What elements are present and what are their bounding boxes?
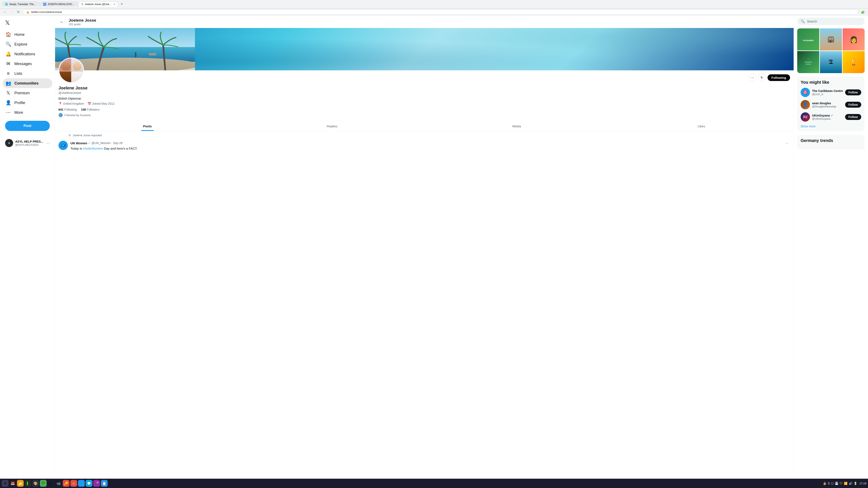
taskbar-icon-browser2[interactable]: 🌐: [78, 480, 85, 487]
following-stat[interactable]: 641 Following: [59, 108, 77, 111]
sidebar-item-communities[interactable]: 👥 Communities: [3, 79, 52, 88]
taskbar-icon-shield[interactable]: 🛡: [40, 480, 46, 487]
follow-button-ukguyana[interactable]: Follow: [845, 114, 861, 120]
followers-stat[interactable]: 140 Followers: [81, 108, 100, 111]
you-might-like-section: You might like 🎯 The Caribbean Centre ..…: [797, 77, 865, 131]
suggest-handle-sean: @DouglasNewsday: [812, 105, 843, 108]
media-cell-6[interactable]: 🏆: [843, 51, 865, 73]
browser-tab-twitter[interactable]: 𝕏 Joelene Josse (@JoeleneJoss... ×: [79, 1, 118, 7]
hashtag-link[interactable]: #SafeAbortion: [83, 147, 103, 150]
taskbar-icon-firefox[interactable]: 🦊: [9, 480, 16, 487]
suggest-avatar-ukguyana: 🇬🇧: [801, 112, 810, 122]
search-input[interactable]: [807, 20, 861, 23]
sidebar-item-premium[interactable]: 𝕏 Premium: [3, 88, 52, 98]
media-cell-1[interactable]: 🏃#GlobalMile: [797, 28, 819, 51]
tab-likes[interactable]: Likes: [609, 121, 794, 131]
sidebar-user-info: ASYL HELP PRES... @ASYLHELP2023: [15, 140, 44, 146]
profile-stats: 641 Following 140 Followers: [59, 108, 790, 111]
premium-icon: 𝕏: [5, 90, 11, 96]
taskbar-icon-start[interactable]: 🖥: [2, 480, 8, 487]
show-more-link[interactable]: Show more: [801, 125, 861, 128]
suggest-info-sean: sean douglas @DouglasNewsday: [812, 101, 843, 108]
taskbar-icon-firewall[interactable]: 🧱: [70, 480, 77, 487]
svg-rect-7: [829, 38, 830, 39]
sidebar-item-lists[interactable]: ≡ Lists: [3, 69, 52, 79]
sidebar-item-notifications[interactable]: 🔔 Notifications: [3, 49, 52, 59]
taskbar-icon-video[interactable]: 📹: [55, 480, 62, 487]
suggest-name-sean: sean douglas: [812, 101, 843, 105]
sidebar-item-profile[interactable]: 👤 Profile: [3, 98, 52, 108]
sidebar-user[interactable]: A ASYL HELP PRES... @ASYLHELP2023 ⋯: [3, 137, 52, 149]
followed-by-avatar: [59, 113, 63, 117]
taskbar-icon-terminal[interactable]: ▌: [25, 480, 31, 487]
media-cell-4[interactable]: 🌿mangroveforests: [797, 51, 819, 73]
tab-label-joseph: JOSEPH MIHALOVICH IMMIGRATIO...: [48, 3, 75, 6]
taskbar-icon-media[interactable]: ▶: [48, 480, 54, 487]
ocean-icon: 🏝: [828, 59, 833, 65]
media-global-mile: 🏃#GlobalMile: [797, 28, 819, 51]
svg-rect-8: [831, 38, 832, 39]
main-content: ← Joelene Josse 231 posts: [55, 16, 794, 479]
sys-icon-storage: 💾: [835, 482, 838, 485]
browser-tab-joseph[interactable]: G JOSEPH MIHALOVICH IMMIGRATIO...: [40, 2, 78, 6]
home-icon: 🏠: [5, 32, 11, 37]
media-forest: 🌿mangroveforests: [797, 51, 819, 73]
search-bar[interactable]: 🔍: [797, 18, 865, 25]
profile-header-posts: 231 posts: [69, 23, 96, 26]
following-button[interactable]: Following: [767, 74, 790, 81]
ukguyana-verified-icon: ✓: [831, 114, 833, 117]
sidebar-label-more: More: [14, 111, 23, 115]
taskbar-icon-key[interactable]: 🔑: [63, 480, 69, 487]
svg-rect-6: [828, 36, 833, 38]
tab-replies[interactable]: Replies: [240, 121, 424, 131]
tab-posts[interactable]: Posts: [55, 121, 240, 131]
profile-info: Joelene Josse @JoeleneJosse British Dipl…: [55, 86, 794, 120]
media-cell-3[interactable]: 👩: [843, 28, 865, 51]
tab-close-button[interactable]: ×: [114, 3, 115, 6]
sidebar-item-explore[interactable]: 🔍 Explore: [3, 39, 52, 49]
sys-icon-bluetooth: ⬡: [831, 482, 833, 485]
tab-favicon-twitter: 𝕏: [82, 3, 84, 6]
sys-icon-wifi: 📶: [844, 482, 847, 485]
tweet-item: 🇺🇳 UN Women ✓ @UN_Women · Sep 28 ⋯ Today…: [59, 138, 790, 153]
post-button[interactable]: Post: [5, 121, 50, 131]
taskbar-icon-audio[interactable]: 🎤: [93, 480, 100, 487]
sidebar-item-home[interactable]: 🏠 Home: [3, 30, 52, 39]
right-sidebar: 🔍 🏃#GlobalMile: [794, 16, 868, 479]
taskbar-icon-notes[interactable]: 📋: [101, 480, 107, 487]
suggest-item-sean: 👤 sean douglas @DouglasNewsday Follow: [801, 100, 861, 109]
caribbean-avatar-icon: 🎯: [803, 90, 808, 95]
follow-button-sean[interactable]: Follow: [845, 102, 861, 108]
reload-button[interactable]: ↻: [16, 9, 21, 14]
sidebar-user-menu-icon[interactable]: ⋯: [46, 141, 50, 145]
browser-tab-deepl[interactable]: 🌐 DeepL Translate: The world's mo...: [2, 2, 40, 6]
forward-nav-button[interactable]: →: [9, 9, 15, 14]
sys-icon-volume: 🔊: [849, 482, 852, 485]
sys-icon-security: 🛡: [840, 482, 843, 485]
taskbar-icon-blender[interactable]: 🎨: [32, 480, 39, 487]
suggest-name-caribbean: The Caribbean Centre ...: [812, 89, 843, 93]
back-nav-button[interactable]: ←: [2, 9, 8, 14]
taskbar-sys-tray: 🔒 S ⬡ 💾 🛡 📶 🔊 🔋 17:19: [823, 482, 866, 485]
back-button[interactable]: ←: [59, 18, 65, 26]
follow-button-caribbean[interactable]: Follow: [845, 89, 861, 95]
sys-icon-2: S: [828, 482, 830, 485]
media-cell-2[interactable]: [820, 28, 842, 51]
address-bar[interactable]: 🔒 twitter.com/JoeleneJosse: [23, 9, 858, 14]
profile-avatar-section: ⋯ ↻ Following: [55, 58, 794, 83]
extensions-button[interactable]: 🧩: [860, 10, 866, 14]
sidebar-label-profile: Profile: [14, 101, 25, 105]
sidebar-logo[interactable]: 𝕏: [3, 18, 52, 30]
more-options-button[interactable]: ⋯: [749, 74, 756, 81]
tab-media[interactable]: Media: [425, 121, 609, 131]
tweet-more-button[interactable]: ⋯: [784, 141, 790, 145]
sidebar-item-more[interactable]: ⋯ More: [3, 108, 52, 117]
notifications-icon: 🔔: [5, 51, 11, 57]
taskbar-icon-skype[interactable]: 💬: [86, 480, 92, 487]
taskbar-icon-folder[interactable]: 📁: [17, 480, 24, 487]
media-cell-5[interactable]: 🏝: [820, 51, 842, 73]
notifications-toggle-button[interactable]: ↻: [758, 74, 766, 81]
sidebar-label-communities: Communities: [14, 81, 38, 86]
sidebar-item-messages[interactable]: ✉ Messages: [3, 59, 52, 69]
new-tab-button[interactable]: +: [119, 2, 125, 6]
